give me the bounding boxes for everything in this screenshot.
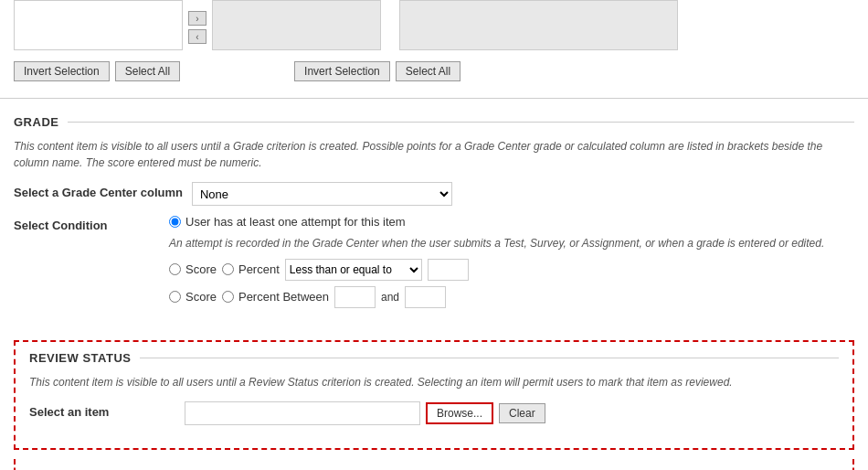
browse-button[interactable]: Browse... [426,402,493,424]
arrow-column: › ‹ [183,11,212,44]
middle-list-box [212,0,381,50]
browse-row: Browse... Clear [185,401,545,425]
percent-radio-2[interactable] [222,291,234,303]
left-list-box[interactable] [14,0,183,50]
score-value-input-2b[interactable] [405,286,446,308]
top-section: › ‹ Invert Selection Select All I [0,0,868,91]
left-list-wrapper [14,0,183,50]
page-container: › ‹ Invert Selection Select All I [0,0,868,470]
select-item-label: Select an item [29,401,175,419]
condition-control: User has at least one attempt for this i… [169,215,854,308]
arrow-right-button[interactable]: › [188,11,206,26]
score-label-1: Score [185,262,217,276]
attempt-radio[interactable] [169,216,181,228]
condition-row: Select Condition User has at least one a… [14,215,854,308]
select-all-button-2[interactable]: Select All [396,61,460,81]
score-radio-2[interactable] [169,291,181,303]
percent-radio-1[interactable] [222,263,234,275]
arrow-left-button[interactable]: ‹ [188,29,206,44]
review-title: REVIEW STATUS [29,351,839,365]
attempt-radio-label[interactable]: User has at least one attempt for this i… [169,215,854,229]
review-section: REVIEW STATUS This content item is visib… [14,340,854,450]
top-divider [0,98,868,99]
select-all-button-1[interactable]: Select All [115,61,180,81]
invert-selection-button-1[interactable]: Invert Selection [14,61,110,81]
clear-button[interactable]: Clear [499,403,545,423]
score-radio-label-1[interactable]: Score [169,262,217,276]
grade-title-text: GRADE [14,115,58,129]
attempt-radio-text: User has at least one attempt for this i… [185,215,406,229]
left-action-buttons: Invert Selection Select All [14,61,180,81]
score-value-input-1[interactable] [428,259,469,281]
percent-radio-label-2[interactable]: Percent Between [222,290,329,304]
grade-title: GRADE [14,115,854,129]
percent-radio-label-1[interactable]: Percent [222,262,280,276]
and-label: and [381,291,399,304]
score-radio-label-2[interactable]: Score [169,290,217,304]
right-list-box [399,0,678,50]
grade-section: GRADE This content item is visible to al… [0,106,868,331]
list-boxes-row: › ‹ [14,0,854,58]
score-label-2: Score [185,290,217,304]
arrow-left-icon: ‹ [196,32,198,42]
score-row-1: Score Percent Less than or equal to Grea… [169,259,854,281]
condition-label: Select Condition [14,215,160,232]
score-radio-1[interactable] [169,263,181,275]
percent-between-label: Percent Between [238,290,329,304]
review-item-input[interactable] [185,401,420,425]
review-info-text: This content item is visible to all user… [29,374,839,390]
middle-list-wrapper [212,0,381,50]
grade-center-label: Select a Grade Center column [14,182,183,199]
grade-center-control: None [192,182,854,206]
score-row-2: Score Percent Between and [169,286,854,308]
condition-dropdown[interactable]: Less than or equal to Greater than or eq… [285,259,422,281]
right-action-buttons: Invert Selection Select All [294,61,460,81]
grade-center-row: Select a Grade Center column None [14,182,854,206]
review-title-text: REVIEW STATUS [29,351,131,365]
right-list-wrapper [399,0,678,50]
score-value-input-2a[interactable] [334,286,376,308]
condition-radio-group: User has at least one attempt for this i… [169,215,854,251]
invert-selection-button-2[interactable]: Invert Selection [294,61,390,81]
select-item-row: Select an item Browse... Clear [29,401,839,425]
arrow-right-icon: › [196,14,198,24]
bottom-dashed-border [14,459,854,470]
percent-label-1: Percent [238,262,280,276]
grade-info-text: This content item is visible to all user… [14,138,854,171]
condition-description: An attempt is recorded in the Grade Cent… [169,236,854,251]
grade-center-dropdown[interactable]: None [192,182,452,206]
